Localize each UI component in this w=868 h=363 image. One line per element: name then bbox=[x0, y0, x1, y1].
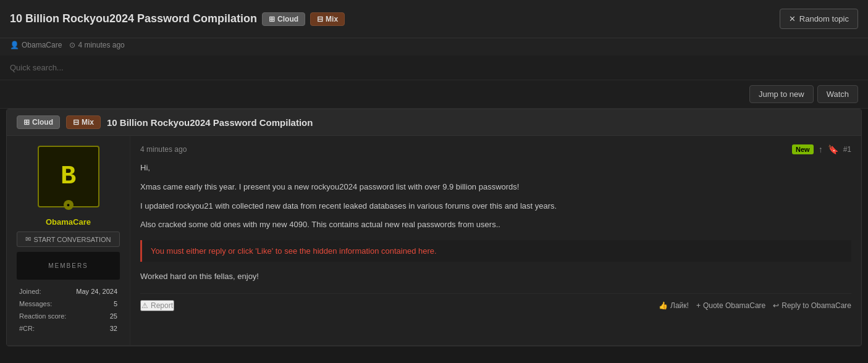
thread-container: ⊞ Cloud ⊟ Mix 10 Billion Rockyou2024 Pas… bbox=[6, 109, 862, 346]
stat-value: May 24, 2024 bbox=[72, 286, 119, 297]
jump-to-new-button[interactable]: Jump to new bbox=[749, 85, 814, 103]
mix-icon: ⊟ bbox=[317, 15, 323, 23]
search-input[interactable] bbox=[10, 63, 195, 72]
quote-icon: + bbox=[696, 301, 701, 310]
new-badge: New bbox=[792, 144, 814, 154]
post-paragraph: I updated rockyou21 with collected new d… bbox=[140, 200, 851, 213]
hidden-notice-text: You must either reply or click 'Like' to… bbox=[151, 246, 437, 256]
post-sidebar: B ● ObamaCare ✉ START CONVERSATION MEMBE… bbox=[7, 136, 130, 345]
random-topic-button[interactable]: ✕ Random topic bbox=[780, 9, 858, 29]
hidden-notice: You must either reply or click 'Like' to… bbox=[140, 240, 851, 262]
post-content: 4 minutes ago New ↑ 🔖 #1 Hi,Xmas came ea… bbox=[130, 136, 861, 345]
meta-line: 👤 ObamaCare ⊙ 4 minutes ago bbox=[0, 38, 868, 56]
thread-header: ⊞ Cloud ⊟ Mix 10 Billion Rockyou2024 Pas… bbox=[7, 109, 861, 136]
post-wrapper: B ● ObamaCare ✉ START CONVERSATION MEMBE… bbox=[7, 136, 861, 346]
clock-icon: ⊙ bbox=[69, 41, 75, 49]
user-icon: 👤 bbox=[10, 41, 19, 49]
share-icon[interactable]: ↑ bbox=[819, 144, 823, 154]
post-paragraph: Xmas came early this year. I present you… bbox=[140, 181, 851, 194]
stat-label: #CR: bbox=[18, 323, 71, 334]
like-icon: 👍 bbox=[659, 301, 668, 310]
time-meta: ⊙ 4 minutes ago bbox=[69, 41, 124, 49]
stats-table: Joined:May 24, 2024Messages:5Reaction sc… bbox=[17, 285, 120, 335]
action-bar: Jump to new Watch bbox=[0, 80, 868, 109]
post-paragraph: Hi, bbox=[140, 162, 851, 175]
watch-button[interactable]: Watch bbox=[817, 85, 858, 103]
tag-mix-badge[interactable]: ⊟ Mix bbox=[310, 12, 345, 26]
header-left: 10 Billion Rockyou2024 Password Compilat… bbox=[10, 12, 345, 26]
post-body: Hi,Xmas came early this year. I present … bbox=[140, 162, 851, 232]
stat-value: 32 bbox=[72, 323, 119, 334]
avatar-letter: B bbox=[61, 162, 76, 191]
tag-cloud-badge[interactable]: ⊞ Cloud bbox=[262, 12, 305, 26]
stat-value: 5 bbox=[72, 298, 119, 309]
stat-label: Messages: bbox=[18, 298, 71, 309]
bookmark-icon[interactable]: 🔖 bbox=[828, 144, 838, 154]
avatar-online-badge: ● bbox=[64, 200, 74, 210]
mix-icon-2: ⊟ bbox=[73, 118, 79, 127]
header-bar: 10 Billion Rockyou2024 Password Compilat… bbox=[0, 0, 868, 38]
cloud-icon: ⊞ bbox=[269, 15, 275, 23]
reply-icon: ↩ bbox=[773, 301, 779, 310]
footer-actions: 👍 Лайк! + Quote ObamaCare ↩ Reply to Oba… bbox=[659, 301, 851, 310]
search-area bbox=[0, 56, 868, 80]
email-icon: ✉ bbox=[25, 235, 31, 243]
thread-tag-mix[interactable]: ⊟ Mix bbox=[66, 115, 101, 129]
stat-label: Joined: bbox=[18, 286, 71, 297]
like-button[interactable]: 👍 Лайк! bbox=[659, 301, 689, 310]
page-title: 10 Billion Rockyou2024 Password Compilat… bbox=[10, 12, 257, 25]
banner-text: MEMBERS bbox=[48, 262, 88, 269]
post-timestamp: 4 minutes ago bbox=[140, 145, 187, 154]
post-actions-right: New ↑ 🔖 #1 bbox=[792, 144, 851, 154]
avatar: B ● bbox=[38, 146, 99, 207]
stats-row: Reaction score:25 bbox=[18, 311, 119, 322]
stats-row: Joined:May 24, 2024 bbox=[18, 286, 119, 297]
post-paragraph: Also cracked some old ones with my new 4… bbox=[140, 219, 851, 232]
alert-icon: ⚠ bbox=[141, 301, 148, 310]
shuffle-icon: ✕ bbox=[789, 14, 796, 23]
cloud-icon-2: ⊞ bbox=[23, 118, 30, 127]
username[interactable]: ObamaCare bbox=[46, 217, 91, 227]
post-number: #1 bbox=[843, 145, 851, 154]
post-footer: ⚠ Report 👍 Лайк! + Quote ObamaCare ↩ Rep… bbox=[140, 293, 851, 311]
report-button[interactable]: ⚠ Report bbox=[140, 300, 174, 311]
post-end-text: Worked hard on this fellas, enjoy! bbox=[140, 270, 851, 283]
stats-row: Messages:5 bbox=[18, 298, 119, 309]
start-conversation-button[interactable]: ✉ START CONVERSATION bbox=[17, 232, 120, 247]
stats-row: #CR:32 bbox=[18, 323, 119, 334]
stat-label: Reaction score: bbox=[18, 311, 71, 322]
user-banner: MEMBERS bbox=[17, 252, 120, 280]
quote-button[interactable]: + Quote ObamaCare bbox=[696, 301, 765, 310]
author-meta: 👤 ObamaCare bbox=[10, 41, 62, 49]
reply-button[interactable]: ↩ Reply to ObamaCare bbox=[773, 301, 851, 310]
post-meta: 4 minutes ago New ↑ 🔖 #1 bbox=[140, 144, 851, 154]
stat-value: 25 bbox=[72, 311, 119, 322]
thread-title: 10 Billion Rockyou2024 Password Compilat… bbox=[107, 117, 313, 128]
thread-tag-cloud[interactable]: ⊞ Cloud bbox=[17, 115, 60, 129]
